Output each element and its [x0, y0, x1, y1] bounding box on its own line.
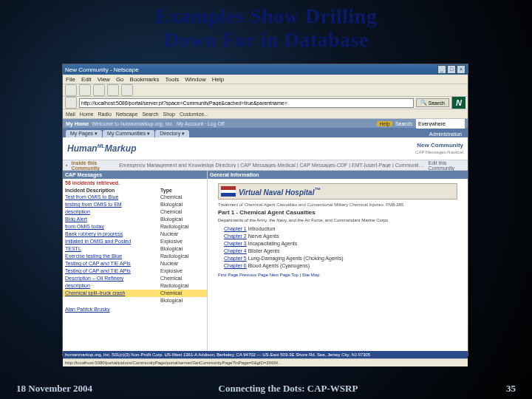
account-links[interactable]: My Account · Log Off: [177, 121, 225, 126]
menu-window[interactable]: Window: [185, 76, 205, 83]
portal-search-input[interactable]: [416, 119, 465, 129]
table-row[interactable]: from OMIS todayRadiological: [63, 223, 207, 231]
maximize-button[interactable]: □: [447, 65, 456, 74]
stop-button[interactable]: [107, 84, 119, 96]
portal-header: HumanMLMarkup New CommunityCAP Messages-…: [63, 137, 468, 160]
table-row[interactable]: Exercise testing the BlueRadiological: [63, 253, 207, 260]
cap-header: CAP Messages: [63, 171, 207, 179]
chapter-item[interactable]: Chapter 4 Blister Agents: [224, 248, 451, 255]
chapter-item[interactable]: Chapter 3 Incapacitating Agents: [224, 240, 451, 248]
info-body: Virtual Naval Hospital™ Treatment of Che…: [208, 179, 468, 351]
back-button[interactable]: [65, 84, 77, 96]
browser-window: New Community - Netscape _ □ × File Edit…: [62, 64, 468, 356]
signature-link[interactable]: Alan Patrick Brusky: [63, 304, 207, 314]
flag-icon: [221, 186, 236, 197]
minimize-button[interactable]: _: [437, 65, 446, 74]
bookmark-bar: Mail Home Radio Netscape Search Shop Cus…: [63, 109, 468, 119]
table-row[interactable]: TESTLBiological: [63, 245, 207, 253]
bm-mail[interactable]: Mail: [66, 112, 75, 117]
status-bar: http://localhost:5080/portal/ptdocs/Comm…: [63, 358, 468, 366]
menu-bookmarks[interactable]: Bookmarks: [130, 76, 160, 83]
forward-button[interactable]: [79, 84, 91, 96]
slide-footer: 18 November 2004 Connecting the Dots: CA…: [0, 383, 532, 395]
bullet-icon: ▪: [66, 163, 67, 168]
humanmarkup-logo: HumanMLMarkup: [67, 143, 136, 154]
titlebar[interactable]: New Community - Netscape _ □ ×: [63, 64, 468, 75]
incident-link: testing from OMIS to EM: [65, 201, 160, 208]
table-row[interactable]: Testing of CAP and TIE APIsExplosive: [63, 267, 207, 275]
bm-search[interactable]: Search: [142, 112, 158, 117]
chapter-item[interactable]: Chapter 6 Blood Agents (Cyanogens): [224, 262, 451, 270]
chapter-item[interactable]: Chapter 5 Lung-Damaging Agents (Choking …: [224, 255, 451, 262]
org-footer: humanmarkup.org, Inc. 501(c)(3) Non-Prof…: [63, 351, 468, 358]
cap-list: 58 incidents retrieved. Incident Descrip…: [63, 179, 207, 351]
table-row[interactable]: descriptionRadiological: [63, 282, 207, 290]
close-button[interactable]: ×: [457, 65, 466, 74]
menu-file[interactable]: File: [66, 76, 75, 83]
search-button[interactable]: 🔍Search: [416, 98, 449, 107]
pager-links[interactable]: First Page Previous Page Next Page Top |…: [218, 273, 457, 277]
incident-link: Test from OMIS to Blue: [65, 194, 160, 201]
reload-button[interactable]: [93, 84, 105, 96]
tab-directory[interactable]: Directory ▾: [155, 130, 189, 137]
table-row[interactable]: Description – Oil RefineryChemical: [63, 275, 207, 282]
table-row[interactable]: Test from OMIS to BlueChemical: [63, 194, 207, 201]
info-header: General Information: [208, 171, 468, 179]
bm-shop[interactable]: Shop: [163, 112, 175, 117]
home-button[interactable]: [121, 84, 133, 96]
slide-number: 35: [471, 383, 516, 395]
table-row[interactable]: Bldg AlertBiological: [63, 216, 207, 223]
incident-link: Testing of CAP and TIE APIs: [65, 267, 160, 275]
chapter-item[interactable]: Chapter 1 Introduction: [224, 225, 451, 233]
menu-tools[interactable]: Tools: [166, 76, 180, 83]
netscape-logo-icon: N: [451, 97, 466, 109]
search-label: Search:: [395, 121, 413, 126]
menu-view[interactable]: View: [98, 76, 110, 83]
incident-link: Testing of CAP and TIE APIs: [65, 260, 160, 267]
help-button[interactable]: Help: [377, 121, 392, 126]
incident-link: Initiated in OMIS and Posted: [65, 238, 160, 245]
general-info-column: General Information Virtual Naval Hospit…: [208, 171, 468, 351]
chapter-item[interactable]: Chapter 2 Nerve Agents: [224, 233, 451, 240]
incident-link: from OMIS today: [65, 223, 160, 231]
table-row[interactable]: descriptionChemical: [63, 208, 207, 216]
url-input[interactable]: [79, 98, 414, 108]
incident-link: Chemical spill–truck crash: [65, 290, 160, 297]
my-home-link[interactable]: My Home: [66, 121, 89, 126]
incident-link: TESTL: [65, 245, 160, 253]
table-row[interactable]: Biological: [63, 297, 207, 304]
bm-netscape[interactable]: Netscape: [116, 112, 138, 117]
document-line: Treatment of Chemical Agent Casualties a…: [218, 202, 457, 207]
table-row[interactable]: Testing of CAP and TIE APIsNuclear: [63, 260, 207, 267]
bm-radio[interactable]: Radio: [98, 112, 112, 117]
inside-label: Inside this Community: [71, 160, 115, 171]
bm-home[interactable]: Home: [80, 112, 94, 117]
slide-date: 18 November 2004: [16, 383, 105, 395]
departments-line: Departments of the Army, the Navy, and t…: [218, 218, 457, 222]
cap-messages-column: CAP Messages 58 incidents retrieved. Inc…: [63, 171, 208, 351]
menu-go[interactable]: Go: [116, 76, 124, 83]
menubar: File Edit View Go Bookmarks Tools Window…: [63, 75, 468, 84]
table-row[interactable]: Chemical spill–truck crashChemical: [63, 290, 207, 297]
portal-topbar: My Home Welcome to humanmarkup.org, Inc.…: [63, 119, 468, 128]
cap-columns: Incident DescriptionType: [63, 187, 207, 194]
nav-toolbar: [63, 84, 468, 97]
inside-links[interactable]: Emergency Management and Knowledge Direc…: [119, 163, 424, 168]
window-title: New Community - Netscape: [65, 66, 437, 73]
table-row[interactable]: Initiated in OMIS and PostedExplosive: [63, 238, 207, 245]
tab-administration[interactable]: Administration: [426, 131, 465, 137]
menu-help[interactable]: Help: [212, 76, 224, 83]
part-title: Part 1 - Chemical Agent Casualties: [218, 209, 457, 216]
menu-edit[interactable]: Edit: [81, 76, 92, 83]
tab-my-pages[interactable]: My Pages ▾: [66, 130, 102, 137]
table-row[interactable]: testing from OMIS to EMBiological: [63, 201, 207, 208]
incident-link: Bldg Alert: [65, 216, 160, 223]
slide-center: Connecting the Dots: CAP-WSRP: [105, 383, 471, 395]
portal-body: CAP Messages 58 incidents retrieved. Inc…: [63, 171, 468, 351]
bm-customize[interactable]: Customize...: [180, 112, 208, 117]
vnh-banner: Virtual Naval Hospital™: [218, 183, 457, 200]
table-row[interactable]: Bank robbery in progressNuclear: [63, 231, 207, 238]
edit-community-link[interactable]: Edit this Community: [429, 160, 465, 171]
tab-my-communities[interactable]: My Communities ▾: [103, 130, 154, 137]
incident-link: Description – Oil Refinery: [65, 275, 160, 282]
